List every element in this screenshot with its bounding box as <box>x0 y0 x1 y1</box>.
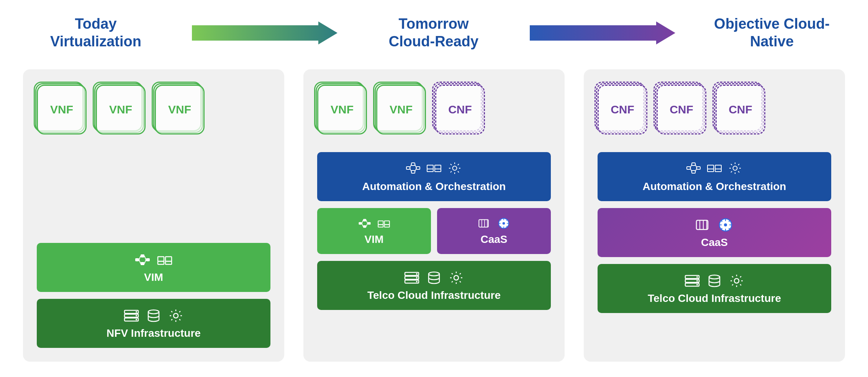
card-front: CNF <box>716 85 765 134</box>
svg-point-81 <box>733 166 737 170</box>
svg-line-27 <box>410 168 411 172</box>
vnf-stack-2: VNF <box>96 85 146 141</box>
automation-bar-panel2: Automation & Orchestration <box>317 152 551 201</box>
caas-icons <box>478 216 511 230</box>
vim-half-icons <box>358 216 391 230</box>
main-content: VNF VNF VNF <box>23 69 845 362</box>
svg-rect-35 <box>359 222 362 225</box>
split-row-panel2: VIM <box>317 208 551 254</box>
vim-half-panel2: VIM <box>317 208 431 254</box>
svg-rect-80 <box>715 169 721 172</box>
green-arrow-icon <box>192 21 337 44</box>
svg-rect-79 <box>715 165 721 169</box>
phase2-line1: Tomorrow <box>376 15 491 33</box>
automation-icons <box>406 161 462 176</box>
cnf-stack-p3-3: CNF <box>716 85 765 141</box>
gear-icon-auto2 <box>447 161 462 176</box>
svg-rect-31 <box>427 169 433 172</box>
svg-point-17 <box>136 311 137 313</box>
phase3-label: Objective Cloud- Native <box>714 15 830 50</box>
svg-point-87 <box>724 223 727 226</box>
db-icon-p3 <box>706 272 723 289</box>
svg-rect-10 <box>158 257 164 261</box>
caas-label-panel2: CaaS <box>480 233 507 246</box>
caas-full-panel3: CaaS <box>598 208 831 257</box>
gear-icon-p3 <box>728 272 745 289</box>
svg-rect-4 <box>141 262 144 265</box>
svg-line-8 <box>144 256 146 260</box>
arrow-blue-container <box>491 21 714 44</box>
phase2-line2: Cloud-Ready <box>376 33 491 51</box>
automation-label-panel2: Automation & Orchestration <box>362 180 506 193</box>
svg-rect-23 <box>411 163 415 166</box>
svg-rect-36 <box>363 219 366 222</box>
panel-tomorrow: VNF VNF CNF <box>303 69 565 362</box>
card-front: CNF <box>657 85 706 134</box>
svg-rect-30 <box>427 165 433 169</box>
server-icon-p3 <box>684 272 701 289</box>
svg-point-21 <box>174 313 178 318</box>
infra-bar-panel1: NFV Infrastructure <box>37 299 270 348</box>
vim-icons <box>134 251 173 268</box>
svg-line-28 <box>415 164 416 168</box>
vnf-stack-p2-2: VNF <box>376 85 426 141</box>
panel-today: VNF VNF VNF <box>23 69 284 362</box>
card-front: VNF <box>96 85 146 134</box>
infra-label-panel1: NFV Infrastructure <box>106 327 201 339</box>
gear-icon-auto3 <box>727 161 743 176</box>
vim-bar-panel1: VIM <box>37 243 270 292</box>
svg-line-6 <box>139 256 141 260</box>
svg-point-102 <box>709 275 720 279</box>
svg-rect-38 <box>367 222 370 225</box>
blue-arrow-icon <box>530 21 675 44</box>
card-front: CNF <box>598 85 647 134</box>
caas-label-panel3: CaaS <box>701 236 728 249</box>
card-front: VNF <box>376 85 426 134</box>
caas-container-icon-p3 <box>695 216 712 233</box>
cnf-stack-p2: CNF <box>435 85 485 141</box>
svg-line-75 <box>695 164 697 168</box>
svg-marker-1 <box>530 21 675 44</box>
svg-rect-82 <box>696 220 708 229</box>
vim-label-panel1: VIM <box>144 271 163 284</box>
svg-line-9 <box>144 260 146 264</box>
svg-line-40 <box>362 223 363 226</box>
server-stack-icon <box>123 307 140 324</box>
spacer <box>37 152 270 236</box>
svg-point-20 <box>148 310 159 314</box>
svg-line-7 <box>139 260 141 264</box>
phase3-line2: Native <box>714 33 830 51</box>
phase3-line1: Objective Cloud- <box>714 15 830 33</box>
svg-line-74 <box>690 168 692 172</box>
vim-label-panel2: VIM <box>365 233 384 246</box>
phase1-line1: Today <box>38 15 153 33</box>
svg-point-18 <box>136 315 137 316</box>
svg-rect-72 <box>697 167 700 169</box>
svg-rect-47 <box>479 220 488 227</box>
svg-rect-11 <box>158 261 164 264</box>
cnf-stack-p3-1: CNF <box>598 85 647 141</box>
svg-rect-5 <box>146 258 150 261</box>
svg-rect-37 <box>363 225 366 228</box>
arrow-green-container <box>153 21 376 44</box>
svg-rect-45 <box>384 221 389 225</box>
infra-label-panel2: Telco Cloud Infrastructure <box>367 289 501 302</box>
svg-rect-25 <box>416 167 420 169</box>
vnf-stack-p2-1: VNF <box>317 85 367 141</box>
svg-rect-77 <box>708 165 714 169</box>
svg-rect-70 <box>692 163 695 166</box>
svg-point-68 <box>454 275 459 280</box>
svg-point-65 <box>416 277 418 279</box>
db-icon-p2 <box>426 269 442 286</box>
svg-rect-43 <box>378 221 383 225</box>
nf-row-panel3: CNF CNF CNF <box>598 85 831 141</box>
vim-net-icon2 <box>358 216 372 230</box>
svg-rect-46 <box>384 225 389 227</box>
gear-icon-infra <box>167 307 184 324</box>
svg-marker-0 <box>192 21 337 44</box>
caas-half-panel2: CaaS <box>437 208 551 254</box>
nf-row-panel1: VNF VNF VNF <box>37 85 270 141</box>
container-icon-auto3 <box>707 161 722 176</box>
infra-bar-panel2: Telco Cloud Infrastructure <box>317 261 551 310</box>
infra-label-panel3: Telco Cloud Infrastructure <box>648 292 781 305</box>
